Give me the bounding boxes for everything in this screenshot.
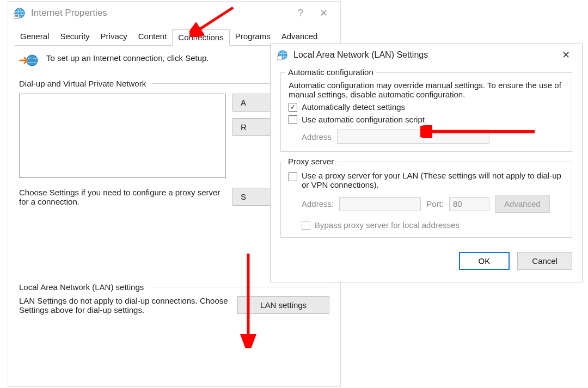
- choose-settings-text: Choose Settings if you need to configure…: [19, 188, 226, 206]
- titlebar: Internet Properties ? ✕: [8, 2, 340, 24]
- tab-security[interactable]: Security: [54, 29, 95, 45]
- proxy-address-label: Address:: [302, 199, 334, 208]
- setup-text: To set up an Internet connection, click …: [46, 53, 210, 63]
- titlebar: Local Area Network (LAN) Settings ✕: [271, 44, 582, 66]
- svg-point-4: [27, 55, 38, 66]
- lan-settings-button[interactable]: LAN settings: [237, 296, 329, 314]
- tab-programs[interactable]: Programs: [230, 29, 276, 45]
- use-proxy-checkbox[interactable]: [289, 173, 297, 181]
- ok-button[interactable]: OK: [459, 252, 510, 270]
- bypass-label: Bypass proxy server for local addresses: [315, 220, 460, 230]
- script-address-input[interactable]: [337, 130, 489, 144]
- connect-arrow-icon: [19, 53, 39, 69]
- bypass-checkbox[interactable]: [302, 221, 310, 230]
- close-button[interactable]: ✕: [556, 49, 575, 61]
- lan-section-label: Local Area Network (LAN) settings: [19, 282, 144, 292]
- dialup-section-label: Dial-up and Virtual Private Network: [19, 79, 146, 88]
- auto-config-desc: Automatic configuration may override man…: [289, 81, 565, 99]
- tab-advanced[interactable]: Advanced: [276, 29, 323, 45]
- svg-rect-6: [277, 56, 282, 60]
- dialog-title: Local Area Network (LAN) Settings: [293, 50, 428, 60]
- proxy-group: Proxy server Use a proxy server for your…: [280, 162, 572, 238]
- close-button[interactable]: ✕: [312, 7, 335, 19]
- advanced-button[interactable]: Advanced: [495, 195, 550, 213]
- auto-detect-checkbox[interactable]: [289, 103, 297, 112]
- lan-settings-window: Local Area Network (LAN) Settings ✕ Auto…: [270, 44, 583, 282]
- proxy-legend: Proxy server: [285, 157, 336, 166]
- proxy-port-input[interactable]: 80: [449, 197, 489, 211]
- tab-privacy[interactable]: Privacy: [95, 29, 133, 45]
- tab-content[interactable]: Content: [133, 29, 173, 45]
- lan-desc: LAN Settings do not apply to dial-up con…: [19, 296, 231, 315]
- globe-icon: [14, 7, 26, 19]
- auto-config-group: Automatic configuration Automatic config…: [280, 72, 572, 152]
- tab-connections[interactable]: Connections: [172, 29, 229, 46]
- auto-config-legend: Automatic configuration: [285, 67, 376, 77]
- tab-general[interactable]: General: [15, 29, 54, 45]
- dialup-listbox[interactable]: [19, 94, 226, 178]
- use-proxy-label: Use a proxy server for your LAN (These s…: [302, 171, 565, 189]
- divider: [150, 287, 329, 287]
- proxy-address-input[interactable]: [339, 197, 421, 211]
- script-address-label: Address: [302, 132, 332, 141]
- auto-detect-label: Automatically detect settings: [302, 102, 405, 112]
- proxy-port-label: Port:: [426, 199, 444, 208]
- auto-script-checkbox[interactable]: [289, 115, 297, 124]
- cancel-button[interactable]: Cancel: [517, 252, 572, 270]
- help-button[interactable]: ?: [289, 8, 312, 19]
- auto-script-label: Use automatic configuration script: [302, 115, 425, 124]
- window-title: Internet Properties: [31, 8, 107, 19]
- globe-icon: [277, 50, 288, 60]
